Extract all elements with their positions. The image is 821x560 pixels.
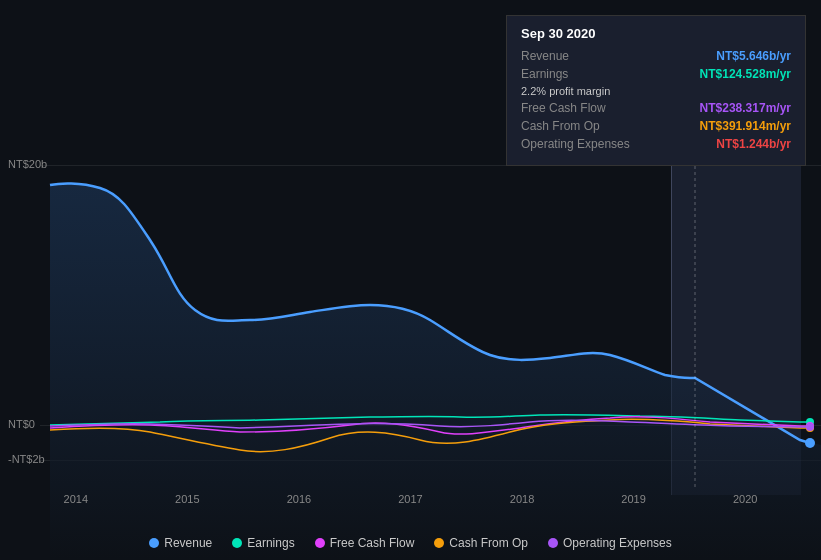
tooltip-fcf-label: Free Cash Flow (521, 101, 606, 115)
x-label-2014: 2014 (64, 493, 88, 505)
tooltip-margin: 2.2% profit margin (521, 85, 791, 97)
x-label-2019: 2019 (621, 493, 645, 505)
legend-fcf: Free Cash Flow (315, 536, 415, 550)
legend-earnings: Earnings (232, 536, 294, 550)
tooltip-revenue-row: Revenue NT$5.646b/yr (521, 49, 791, 63)
legend-earnings-dot (232, 538, 242, 548)
tooltip: Sep 30 2020 Revenue NT$5.646b/yr Earning… (506, 15, 806, 166)
legend-opex-dot (548, 538, 558, 548)
tooltip-earnings-label: Earnings (521, 67, 568, 81)
legend-cashop-dot (434, 538, 444, 548)
legend-earnings-label: Earnings (247, 536, 294, 550)
revenue-marker (805, 438, 815, 448)
tooltip-opex-row: Operating Expenses NT$1.244b/yr (521, 137, 791, 151)
legend-opex-label: Operating Expenses (563, 536, 672, 550)
legend-cashop: Cash From Op (434, 536, 528, 550)
legend-revenue-label: Revenue (164, 536, 212, 550)
legend-revenue-dot (149, 538, 159, 548)
tooltip-earnings-row: Earnings NT$124.528m/yr (521, 67, 791, 81)
legend-fcf-dot (315, 538, 325, 548)
x-label-2015: 2015 (175, 493, 199, 505)
x-label-2018: 2018 (510, 493, 534, 505)
x-label-2020: 2020 (733, 493, 757, 505)
chart-legend: Revenue Earnings Free Cash Flow Cash Fro… (0, 536, 821, 550)
legend-revenue: Revenue (149, 536, 212, 550)
x-axis-labels: 2014 2015 2016 2017 2018 2019 2020 (0, 493, 821, 505)
opex-marker (806, 423, 814, 431)
tooltip-earnings-value: NT$124.528m/yr (700, 67, 791, 81)
tooltip-revenue-value: NT$5.646b/yr (716, 49, 791, 63)
x-label-2017: 2017 (398, 493, 422, 505)
tooltip-opex-label: Operating Expenses (521, 137, 630, 151)
tooltip-cashop-row: Cash From Op NT$391.914m/yr (521, 119, 791, 133)
tooltip-cashop-value: NT$391.914m/yr (700, 119, 791, 133)
legend-fcf-label: Free Cash Flow (330, 536, 415, 550)
x-label-2016: 2016 (287, 493, 311, 505)
tooltip-fcf-row: Free Cash Flow NT$238.317m/yr (521, 101, 791, 115)
tooltip-fcf-value: NT$238.317m/yr (700, 101, 791, 115)
tooltip-date: Sep 30 2020 (521, 26, 791, 41)
tooltip-cashop-label: Cash From Op (521, 119, 600, 133)
tooltip-opex-value: NT$1.244b/yr (716, 137, 791, 151)
legend-cashop-label: Cash From Op (449, 536, 528, 550)
tooltip-revenue-label: Revenue (521, 49, 569, 63)
legend-opex: Operating Expenses (548, 536, 672, 550)
chart-container: NT$20b NT$0 -NT$2b S (0, 0, 821, 560)
